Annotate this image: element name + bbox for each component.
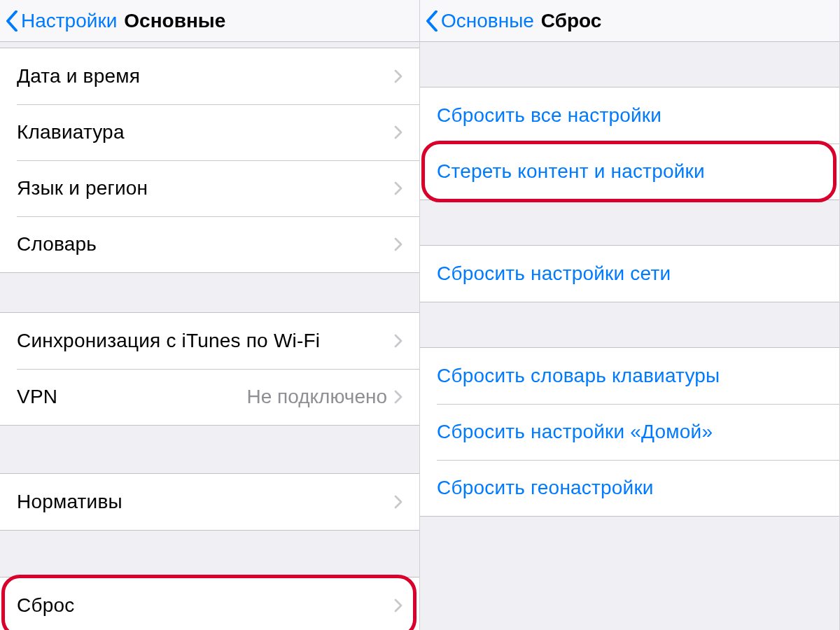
reset-group-3: Сбросить словарь клавиатуры Сбросить нас…	[420, 347, 839, 517]
back-button[interactable]: Основные	[426, 10, 534, 32]
row-itunes-wifi-sync[interactable]: Синхронизация с iTunes по Wi-Fi	[0, 313, 419, 369]
row-label: Сбросить словарь клавиатуры	[437, 365, 822, 387]
row-label: VPN	[17, 386, 246, 408]
chevron-right-icon	[394, 69, 402, 83]
chevron-right-icon	[394, 334, 402, 348]
chevron-right-icon	[394, 495, 402, 509]
group-separator	[0, 531, 419, 577]
row-reset-all-settings[interactable]: Сбросить все настройки	[420, 88, 839, 144]
row-erase-content-settings[interactable]: Стереть контент и настройки	[420, 144, 839, 200]
row-label: Сбросить геонастройки	[437, 477, 822, 499]
back-button[interactable]: Настройки	[6, 10, 117, 32]
row-date-time[interactable]: Дата и время	[0, 48, 419, 104]
row-reset[interactable]: Сброс	[0, 578, 419, 630]
screen-general: Настройки Основные Дата и время Клавиату…	[0, 0, 420, 630]
screen-reset: Основные Сброс Сбросить все настройки Ст…	[420, 0, 840, 630]
row-reset-home[interactable]: Сбросить настройки «Домой»	[420, 404, 839, 460]
group-separator	[420, 42, 839, 87]
row-reset-keyboard-dict[interactable]: Сбросить словарь клавиатуры	[420, 348, 839, 404]
chevron-right-icon	[394, 598, 402, 612]
row-regulatory[interactable]: Нормативы	[0, 474, 419, 530]
content-reset: Сбросить все настройки Стереть контент и…	[420, 42, 839, 630]
row-label: Синхронизация с iTunes по Wi-Fi	[17, 330, 394, 352]
row-label: Сбросить все настройки	[437, 104, 822, 127]
settings-group-1: Дата и время Клавиатура Язык и регион Сл…	[0, 48, 419, 273]
settings-group-2: Синхронизация с iTunes по Wi-Fi VPN Не п…	[0, 312, 419, 426]
reset-group-1: Сбросить все настройки Стереть контент и…	[420, 87, 839, 200]
group-separator	[420, 302, 839, 347]
row-dictionary[interactable]: Словарь	[0, 216, 419, 272]
content-general: Дата и время Клавиатура Язык и регион Сл…	[0, 42, 419, 630]
chevron-left-icon	[6, 10, 18, 31]
page-title: Сброс	[541, 10, 602, 32]
row-label: Сбросить настройки сети	[437, 262, 822, 285]
row-label: Язык и регион	[17, 177, 394, 200]
group-separator	[0, 273, 419, 312]
row-label: Клавиатура	[17, 121, 394, 144]
row-label: Словарь	[17, 233, 394, 255]
row-language-region[interactable]: Язык и регион	[0, 160, 419, 216]
navbar-general: Настройки Основные	[0, 0, 419, 42]
row-value: Не подключено	[246, 386, 387, 408]
chevron-right-icon	[394, 390, 402, 404]
back-label: Основные	[441, 10, 534, 32]
chevron-right-icon	[394, 181, 402, 195]
row-vpn[interactable]: VPN Не подключено	[0, 369, 419, 425]
group-separator	[420, 200, 839, 245]
row-label: Сбросить настройки «Домой»	[437, 421, 822, 443]
navbar-reset: Основные Сброс	[420, 0, 839, 42]
row-label: Стереть контент и настройки	[437, 160, 822, 183]
settings-group-4: Сброс	[0, 577, 419, 630]
reset-group-2: Сбросить настройки сети	[420, 245, 839, 302]
group-separator	[0, 426, 419, 473]
chevron-left-icon	[426, 10, 438, 31]
back-label: Настройки	[21, 10, 117, 32]
row-label: Нормативы	[17, 491, 394, 513]
row-label: Сброс	[17, 594, 394, 617]
row-label: Дата и время	[17, 65, 394, 88]
settings-group-3: Нормативы	[0, 473, 419, 531]
row-reset-location[interactable]: Сбросить геонастройки	[420, 460, 839, 516]
chevron-right-icon	[394, 237, 402, 251]
chevron-right-icon	[394, 125, 402, 139]
row-keyboard[interactable]: Клавиатура	[0, 104, 419, 160]
row-reset-network[interactable]: Сбросить настройки сети	[420, 246, 839, 302]
page-title: Основные	[124, 10, 225, 32]
